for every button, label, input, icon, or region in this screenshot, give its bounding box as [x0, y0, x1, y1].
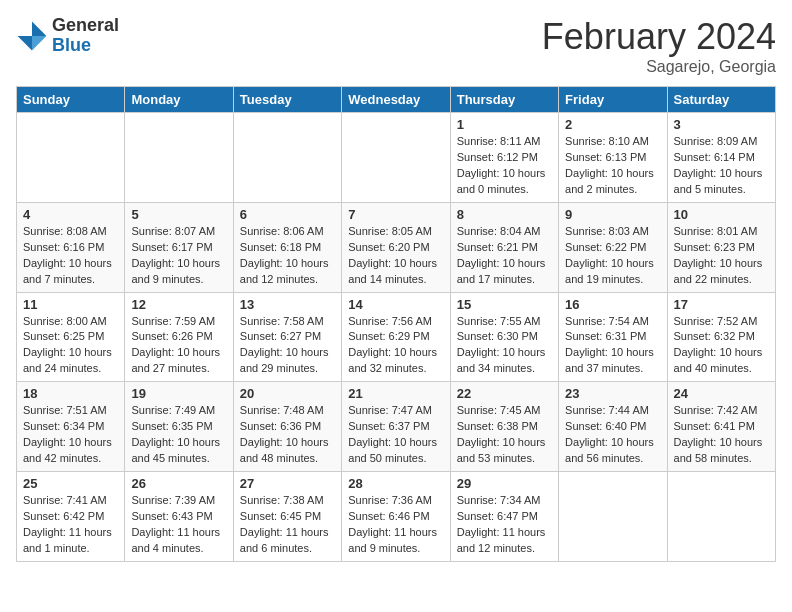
calendar-cell — [125, 113, 233, 203]
day-number: 9 — [565, 207, 660, 222]
day-info: Sunrise: 7:56 AM Sunset: 6:29 PM Dayligh… — [348, 314, 443, 378]
header-cell-wednesday: Wednesday — [342, 87, 450, 113]
calendar-cell: 6Sunrise: 8:06 AM Sunset: 6:18 PM Daylig… — [233, 202, 341, 292]
day-number: 14 — [348, 297, 443, 312]
day-info: Sunrise: 8:00 AM Sunset: 6:25 PM Dayligh… — [23, 314, 118, 378]
day-number: 10 — [674, 207, 769, 222]
calendar-body: 1Sunrise: 8:11 AM Sunset: 6:12 PM Daylig… — [17, 113, 776, 562]
header-cell-monday: Monday — [125, 87, 233, 113]
svg-marker-2 — [18, 36, 32, 50]
day-number: 6 — [240, 207, 335, 222]
calendar-table: SundayMondayTuesdayWednesdayThursdayFrid… — [16, 86, 776, 562]
page-header: General Blue February 2024 Sagarejo, Geo… — [16, 16, 776, 76]
day-info: Sunrise: 8:06 AM Sunset: 6:18 PM Dayligh… — [240, 224, 335, 288]
logo: General Blue — [16, 16, 119, 56]
calendar-cell: 17Sunrise: 7:52 AM Sunset: 6:32 PM Dayli… — [667, 292, 775, 382]
calendar-cell — [559, 472, 667, 562]
day-number: 8 — [457, 207, 552, 222]
day-number: 25 — [23, 476, 118, 491]
day-info: Sunrise: 7:41 AM Sunset: 6:42 PM Dayligh… — [23, 493, 118, 557]
calendar-cell: 14Sunrise: 7:56 AM Sunset: 6:29 PM Dayli… — [342, 292, 450, 382]
calendar-cell: 25Sunrise: 7:41 AM Sunset: 6:42 PM Dayli… — [17, 472, 125, 562]
svg-marker-1 — [32, 36, 46, 50]
calendar-cell: 16Sunrise: 7:54 AM Sunset: 6:31 PM Dayli… — [559, 292, 667, 382]
calendar-cell — [17, 113, 125, 203]
calendar-cell: 8Sunrise: 8:04 AM Sunset: 6:21 PM Daylig… — [450, 202, 558, 292]
logo-general: General — [52, 16, 119, 36]
calendar-cell: 18Sunrise: 7:51 AM Sunset: 6:34 PM Dayli… — [17, 382, 125, 472]
day-number: 11 — [23, 297, 118, 312]
calendar-cell — [667, 472, 775, 562]
day-info: Sunrise: 8:03 AM Sunset: 6:22 PM Dayligh… — [565, 224, 660, 288]
calendar-cell: 20Sunrise: 7:48 AM Sunset: 6:36 PM Dayli… — [233, 382, 341, 472]
day-info: Sunrise: 8:11 AM Sunset: 6:12 PM Dayligh… — [457, 134, 552, 198]
day-info: Sunrise: 7:54 AM Sunset: 6:31 PM Dayligh… — [565, 314, 660, 378]
day-info: Sunrise: 7:58 AM Sunset: 6:27 PM Dayligh… — [240, 314, 335, 378]
header-cell-sunday: Sunday — [17, 87, 125, 113]
day-info: Sunrise: 7:44 AM Sunset: 6:40 PM Dayligh… — [565, 403, 660, 467]
day-number: 24 — [674, 386, 769, 401]
calendar-cell: 23Sunrise: 7:44 AM Sunset: 6:40 PM Dayli… — [559, 382, 667, 472]
month-title: February 2024 — [542, 16, 776, 58]
day-number: 16 — [565, 297, 660, 312]
day-info: Sunrise: 7:52 AM Sunset: 6:32 PM Dayligh… — [674, 314, 769, 378]
calendar-week-1: 1Sunrise: 8:11 AM Sunset: 6:12 PM Daylig… — [17, 113, 776, 203]
calendar-cell: 26Sunrise: 7:39 AM Sunset: 6:43 PM Dayli… — [125, 472, 233, 562]
day-info: Sunrise: 7:38 AM Sunset: 6:45 PM Dayligh… — [240, 493, 335, 557]
day-number: 15 — [457, 297, 552, 312]
day-info: Sunrise: 7:49 AM Sunset: 6:35 PM Dayligh… — [131, 403, 226, 467]
calendar-cell: 2Sunrise: 8:10 AM Sunset: 6:13 PM Daylig… — [559, 113, 667, 203]
calendar-header: SundayMondayTuesdayWednesdayThursdayFrid… — [17, 87, 776, 113]
day-info: Sunrise: 8:10 AM Sunset: 6:13 PM Dayligh… — [565, 134, 660, 198]
day-info: Sunrise: 7:42 AM Sunset: 6:41 PM Dayligh… — [674, 403, 769, 467]
day-info: Sunrise: 7:34 AM Sunset: 6:47 PM Dayligh… — [457, 493, 552, 557]
day-info: Sunrise: 7:39 AM Sunset: 6:43 PM Dayligh… — [131, 493, 226, 557]
calendar-cell: 4Sunrise: 8:08 AM Sunset: 6:16 PM Daylig… — [17, 202, 125, 292]
calendar-cell: 29Sunrise: 7:34 AM Sunset: 6:47 PM Dayli… — [450, 472, 558, 562]
header-row: SundayMondayTuesdayWednesdayThursdayFrid… — [17, 87, 776, 113]
calendar-week-2: 4Sunrise: 8:08 AM Sunset: 6:16 PM Daylig… — [17, 202, 776, 292]
calendar-cell: 12Sunrise: 7:59 AM Sunset: 6:26 PM Dayli… — [125, 292, 233, 382]
day-number: 17 — [674, 297, 769, 312]
header-cell-thursday: Thursday — [450, 87, 558, 113]
day-info: Sunrise: 8:04 AM Sunset: 6:21 PM Dayligh… — [457, 224, 552, 288]
day-info: Sunrise: 8:01 AM Sunset: 6:23 PM Dayligh… — [674, 224, 769, 288]
calendar-cell — [342, 113, 450, 203]
calendar-week-4: 18Sunrise: 7:51 AM Sunset: 6:34 PM Dayli… — [17, 382, 776, 472]
day-number: 23 — [565, 386, 660, 401]
calendar-cell: 15Sunrise: 7:55 AM Sunset: 6:30 PM Dayli… — [450, 292, 558, 382]
day-info: Sunrise: 7:47 AM Sunset: 6:37 PM Dayligh… — [348, 403, 443, 467]
day-number: 3 — [674, 117, 769, 132]
day-number: 22 — [457, 386, 552, 401]
calendar-cell: 3Sunrise: 8:09 AM Sunset: 6:14 PM Daylig… — [667, 113, 775, 203]
day-number: 1 — [457, 117, 552, 132]
calendar-cell: 21Sunrise: 7:47 AM Sunset: 6:37 PM Dayli… — [342, 382, 450, 472]
day-number: 12 — [131, 297, 226, 312]
title-block: February 2024 Sagarejo, Georgia — [542, 16, 776, 76]
day-info: Sunrise: 8:07 AM Sunset: 6:17 PM Dayligh… — [131, 224, 226, 288]
day-info: Sunrise: 7:36 AM Sunset: 6:46 PM Dayligh… — [348, 493, 443, 557]
day-info: Sunrise: 7:48 AM Sunset: 6:36 PM Dayligh… — [240, 403, 335, 467]
logo-icon — [16, 20, 48, 52]
day-number: 27 — [240, 476, 335, 491]
calendar-cell: 5Sunrise: 8:07 AM Sunset: 6:17 PM Daylig… — [125, 202, 233, 292]
calendar-week-3: 11Sunrise: 8:00 AM Sunset: 6:25 PM Dayli… — [17, 292, 776, 382]
location: Sagarejo, Georgia — [542, 58, 776, 76]
day-number: 5 — [131, 207, 226, 222]
day-number: 20 — [240, 386, 335, 401]
day-number: 18 — [23, 386, 118, 401]
day-number: 28 — [348, 476, 443, 491]
calendar-cell: 28Sunrise: 7:36 AM Sunset: 6:46 PM Dayli… — [342, 472, 450, 562]
calendar-cell: 1Sunrise: 8:11 AM Sunset: 6:12 PM Daylig… — [450, 113, 558, 203]
day-info: Sunrise: 8:05 AM Sunset: 6:20 PM Dayligh… — [348, 224, 443, 288]
calendar-cell: 19Sunrise: 7:49 AM Sunset: 6:35 PM Dayli… — [125, 382, 233, 472]
day-info: Sunrise: 8:09 AM Sunset: 6:14 PM Dayligh… — [674, 134, 769, 198]
logo-blue: Blue — [52, 36, 119, 56]
header-cell-saturday: Saturday — [667, 87, 775, 113]
day-number: 2 — [565, 117, 660, 132]
calendar-cell — [233, 113, 341, 203]
logo-text: General Blue — [52, 16, 119, 56]
day-number: 29 — [457, 476, 552, 491]
calendar-cell: 27Sunrise: 7:38 AM Sunset: 6:45 PM Dayli… — [233, 472, 341, 562]
header-cell-tuesday: Tuesday — [233, 87, 341, 113]
